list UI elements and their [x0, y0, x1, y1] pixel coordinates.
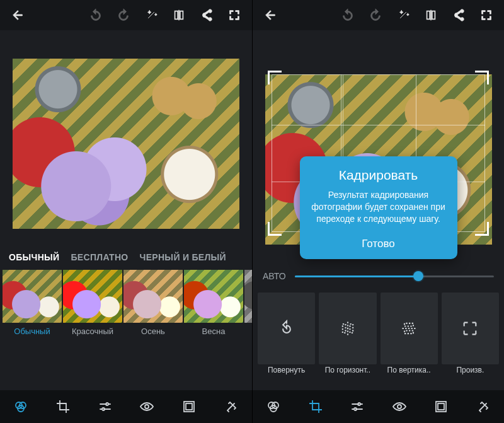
tab-free[interactable]: БЕСПЛАТНО [71, 252, 128, 262]
nav-filters[interactable] [6, 391, 36, 422]
action-label: Произв. [442, 366, 499, 374]
tab-bw[interactable]: ЧЕРНЫЙ И БЕЛЫЙ [140, 252, 226, 262]
filter-thumb[interactable]: Лет [244, 270, 252, 345]
nav-crop[interactable] [48, 391, 78, 422]
screen-filters: ОБЫЧНЫЙ БЕСПЛАТНО ЧЕРНЫЙ И БЕЛЫЙ Обычный… [0, 0, 252, 423]
filter-category-tabs: ОБЫЧНЫЙ БЕСПЛАТНО ЧЕРНЫЙ И БЕЛЫЙ [0, 245, 252, 270]
canvas[interactable] [0, 30, 252, 245]
undo-button[interactable] [335, 3, 360, 28]
compare-button[interactable] [166, 3, 192, 28]
thumb-image [3, 270, 62, 323]
fullscreen-button[interactable] [474, 3, 499, 28]
tab-basic[interactable]: ОБЫЧНЫЙ [9, 252, 59, 262]
nav-frame[interactable] [174, 391, 204, 422]
slider-thumb[interactable] [413, 271, 423, 281]
svg-point-13 [398, 405, 401, 409]
dialog-done-button[interactable]: Готово [311, 234, 446, 250]
topbar [253, 0, 504, 30]
svg-point-11 [358, 403, 360, 405]
filter-thumb[interactable]: Красочный [63, 270, 122, 345]
thumb-image [244, 270, 252, 323]
crop-actions [253, 289, 504, 364]
magic-button[interactable] [391, 3, 416, 28]
svg-rect-7 [186, 403, 192, 410]
rotate-icon [261, 311, 312, 345]
thumb-label: Весна [202, 327, 226, 336]
crop-dialog: Кадрировать Результат кадрирования фотог… [300, 156, 457, 259]
nav-redeye[interactable] [132, 391, 162, 422]
undo-button[interactable] [83, 3, 108, 28]
nav-heal[interactable] [468, 391, 498, 422]
action-flip-v[interactable] [381, 293, 438, 364]
redo-button[interactable] [363, 3, 388, 28]
slider-fill [295, 275, 418, 277]
thumb-image [184, 270, 243, 323]
thumb-label: Обычный [14, 327, 50, 336]
svg-rect-15 [438, 403, 444, 410]
redo-button[interactable] [111, 3, 136, 28]
thumb-label: Осень [141, 327, 165, 336]
thumb-label: Красочный [72, 327, 113, 336]
back-button[interactable] [258, 3, 283, 28]
action-rotate[interactable] [258, 293, 315, 364]
svg-point-3 [106, 403, 108, 405]
straighten-slider-row: АВТО [253, 264, 504, 289]
straighten-slider[interactable] [295, 275, 494, 277]
nav-crop[interactable] [301, 391, 331, 422]
nav-redeye[interactable] [384, 391, 415, 422]
action-label: По вертика.. [381, 366, 438, 374]
thumb-image [63, 270, 122, 323]
share-button[interactable] [194, 3, 219, 28]
flip-horizontal-icon [323, 311, 373, 345]
svg-point-4 [102, 408, 105, 410]
nav-filters[interactable] [258, 391, 289, 422]
nav-adjust[interactable] [342, 391, 372, 422]
crop-action-labels: Повернуть По горизонт.. По вертика.. Про… [253, 364, 504, 378]
action-freeform[interactable] [442, 293, 499, 364]
bottom-nav [253, 390, 504, 423]
compare-button[interactable] [418, 3, 444, 28]
slider-label: АВТО [263, 271, 286, 281]
action-label: Повернуть [258, 366, 315, 374]
nav-heal[interactable] [216, 391, 246, 422]
filter-thumb[interactable]: Весна [184, 270, 243, 345]
topbar [0, 0, 252, 30]
canvas[interactable]: Кадрировать Результат кадрирования фотог… [253, 30, 504, 264]
magic-button[interactable] [139, 3, 164, 28]
screen-crop: Кадрировать Результат кадрирования фотог… [252, 0, 504, 423]
action-label: По горизонт.. [319, 366, 376, 374]
dialog-title: Кадрировать [311, 168, 446, 183]
nav-frame[interactable] [426, 391, 456, 422]
filter-thumb[interactable]: Осень [123, 270, 183, 345]
filter-thumb[interactable]: Обычный [3, 270, 62, 345]
filter-thumbnails: Обычный Красочный Осень Весна Лет [0, 270, 252, 345]
bottom-nav [0, 390, 252, 423]
dialog-body: Результат кадрирования фотографии будет … [311, 189, 446, 225]
action-flip-h[interactable] [319, 293, 376, 364]
thumb-image [123, 270, 183, 323]
svg-point-5 [145, 405, 149, 409]
flip-vertical-icon [384, 311, 434, 345]
back-button[interactable] [5, 3, 30, 28]
share-button[interactable] [446, 3, 471, 28]
nav-adjust[interactable] [90, 391, 120, 422]
fullscreen-button[interactable] [222, 3, 247, 28]
photo-preview [13, 59, 239, 229]
svg-point-12 [354, 408, 357, 410]
freeform-icon [445, 311, 495, 345]
